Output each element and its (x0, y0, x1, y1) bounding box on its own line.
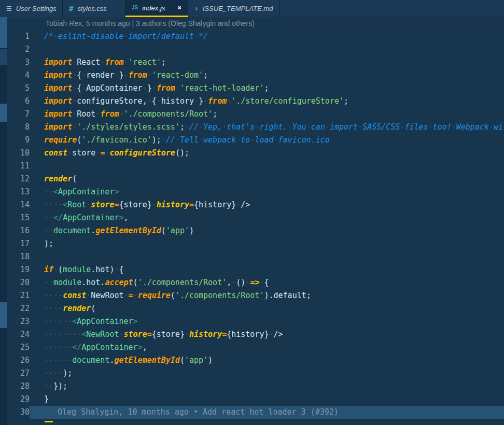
code-line[interactable]: 29} (0, 393, 504, 406)
tab-user-settings[interactable]: ☰ User Settings (0, 0, 63, 17)
git-blame-heatmap-strip (0, 17, 7, 425)
code-line[interactable]: 3import·React·from·'react'; (0, 56, 504, 69)
code-line[interactable]: 17); (0, 237, 504, 250)
code-line-content (30, 160, 504, 173)
code-line[interactable]: 19if·(module.hot)·{ (0, 263, 504, 276)
code-line-content: render( (30, 173, 504, 186)
code-line-content: ········<NewRoot·store={store}·history={… (30, 328, 504, 341)
js-icon: JS (132, 5, 138, 10)
code-line[interactable]: 6import·configureStore,·{·history·}·from… (0, 95, 504, 108)
tab-label: ISSUE_TEMPLATE.md (203, 5, 273, 12)
code-line-content (30, 250, 504, 263)
code-line-content: ); (30, 237, 504, 250)
code-line-content (30, 43, 504, 56)
code-lines-container: 1/*·eslint-disable·import/default·*/23im… (0, 30, 504, 419)
code-line[interactable]: 25······</AppContainer>, (0, 341, 504, 354)
tab-styles-css[interactable]: # styles.css (63, 0, 125, 17)
git-heatmap-segment (0, 49, 7, 65)
code-line[interactable]: 24········<NewRoot·store={store}·history… (0, 328, 504, 341)
tab-bar: ☰ User Settings # styles.css JS index.js… (0, 0, 504, 17)
code-line[interactable]: 7import·Root·from·'./components/Root'; (0, 108, 504, 121)
text-cursor (45, 421, 53, 422)
code-line-content: if·(module.hot)·{ (30, 263, 504, 276)
code-line[interactable]: 11 (0, 160, 504, 173)
code-line[interactable]: 8import·'./styles/styles.scss';·//·Yep,·… (0, 121, 504, 134)
code-line-content: /*·eslint-disable·import/default·*/ (30, 30, 504, 43)
code-line[interactable]: 30Oleg Shalygin, 10 months ago • Add rea… (0, 406, 504, 419)
code-line[interactable]: 10const·store·=·configureStore(); (0, 147, 504, 160)
code-line[interactable]: 13··<AppContainer> (0, 186, 504, 199)
code-line-content: import·{·render·}·from·'react-dom'; (30, 69, 504, 82)
code-line[interactable]: 28··}); (0, 380, 504, 393)
git-heatmap-segment (0, 302, 7, 328)
tab-label: index.js (142, 4, 165, 12)
code-line[interactable]: 23······<AppContainer> (0, 315, 504, 328)
code-editor[interactable]: Tobiah Rex, 5 months ago | 3 authors (Ol… (0, 17, 504, 425)
code-line-content: ····<Root·store={store}·history={history… (30, 199, 504, 211)
code-line-content: import·configureStore,·{·history·}·from·… (30, 95, 504, 108)
code-line[interactable]: 12render( (0, 173, 504, 186)
code-line-content: ······document.getElementById('app') (30, 354, 504, 367)
code-line[interactable]: 26······document.getElementById('app') (0, 354, 504, 367)
tab-bar-empty-space (280, 0, 504, 17)
code-line[interactable]: 21····const·NewRoot·=·require('./compone… (0, 289, 504, 302)
code-line-content: Oleg Shalygin, 10 months ago • Add react… (30, 406, 504, 419)
code-line[interactable]: 18 (0, 250, 504, 263)
code-line-content: import·React·from·'react'; (30, 56, 504, 69)
code-line-content: ····const·NewRoot·=·require('./component… (30, 289, 504, 302)
tab-label: User Settings (16, 5, 57, 12)
code-line-content: ······<AppContainer> (30, 315, 504, 328)
code-line-content: require('./favicon.ico');·//·Tell·webpac… (30, 134, 504, 147)
code-line-content: const·store·=·configureStore(); (30, 147, 504, 160)
code-line[interactable]: 1/*·eslint-disable·import/default·*/ (0, 30, 504, 43)
code-line-content: ··module.hot.accept('./components/Root',… (30, 276, 504, 289)
code-line-content: } (30, 393, 504, 406)
code-line[interactable]: 5import·{·AppContainer·}·from·'react-hot… (0, 82, 504, 95)
git-heatmap-segment (0, 104, 7, 122)
tab-issue-template-md[interactable]: ⬇ ISSUE_TEMPLATE.md (188, 0, 280, 17)
code-line-content: import·{·AppContainer·}·from·'react-hot-… (30, 82, 504, 95)
code-line-content: ····render( (30, 302, 504, 315)
code-line-content: import·'./styles/styles.scss';·//·Yep,·t… (30, 121, 504, 134)
tab-label: styles.css (77, 5, 106, 12)
git-blame-authors-codelens[interactable]: Tobiah Rex, 5 months ago | 3 authors (Ol… (0, 17, 504, 30)
code-line[interactable]: 2 (0, 43, 504, 56)
settings-list-icon: ☰ (6, 6, 12, 12)
code-line-content: ····); (30, 367, 504, 380)
code-line-content: ··<AppContainer> (30, 186, 504, 199)
code-line-content: ··document.getElementById('app') (30, 224, 504, 237)
code-line-content: ··</AppContainer>, (30, 211, 504, 224)
code-line-content: import·Root·from·'./components/Root'; (30, 108, 504, 121)
code-line[interactable]: 22····render( (0, 302, 504, 315)
markdown-arrow-icon: ⬇ (194, 5, 199, 12)
code-line[interactable]: 15··</AppContainer>, (0, 211, 504, 224)
code-line[interactable]: 14····<Root·store={store}·history={histo… (0, 199, 504, 211)
git-blame-annotation: Oleg Shalygin, 10 months ago • Add react… (44, 407, 339, 417)
code-line-content: ··}); (30, 380, 504, 393)
code-line-content: ······</AppContainer>, (30, 341, 504, 354)
code-line[interactable]: 27····); (0, 367, 504, 380)
css-hash-icon: # (69, 5, 73, 12)
code-line[interactable]: 9require('./favicon.ico');·//·Tell·webpa… (0, 134, 504, 147)
code-line[interactable]: 16··document.getElementById('app') (0, 224, 504, 237)
git-heatmap-segment (0, 17, 7, 48)
code-line[interactable]: 20··module.hot.accept('./components/Root… (0, 276, 504, 289)
tab-index-js[interactable]: JS index.js ✖ (125, 0, 188, 17)
close-icon[interactable]: ✖ (178, 4, 181, 11)
code-line[interactable]: 4import·{·render·}·from·'react-dom'; (0, 69, 504, 82)
